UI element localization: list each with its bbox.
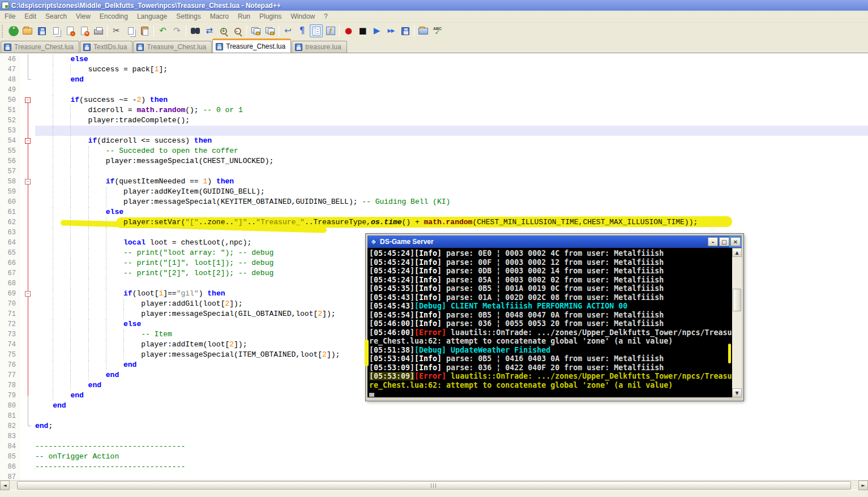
console-maximize-button[interactable]: □ — [719, 237, 729, 246]
code-line-55[interactable]: 55-- Succeded to open the coffer — [0, 146, 868, 156]
save-button[interactable] — [35, 24, 48, 37]
function-completion-button[interactable]: ƒ — [324, 24, 337, 37]
code-line-86[interactable]: 86---------------------------------- — [0, 462, 868, 472]
tab-label: TextIDs.lua — [93, 43, 127, 51]
menu-search[interactable]: Search — [41, 11, 71, 22]
menu-plugins[interactable]: Plugins — [255, 11, 286, 22]
menu-encoding[interactable]: Encoding — [95, 11, 132, 22]
code-line-51[interactable]: 51diceroll = math.random(); -- 0 or 1 — [0, 105, 868, 115]
menu-file[interactable]: File — [0, 11, 20, 22]
code-text: -- Succeded to open the coffer — [35, 146, 868, 156]
toolbar-grip[interactable] — [2, 25, 4, 37]
sync-scroll-horizontal-icon — [264, 25, 276, 37]
tab-1-treasure-chest-lua[interactable]: Treasure_Chest.lua — [1, 41, 79, 53]
fold-collapse-icon[interactable]: - — [25, 179, 31, 185]
playback-macro-button[interactable]: ▶ — [370, 24, 383, 37]
code-line-49[interactable]: 49 — [0, 85, 868, 95]
new-file-button[interactable]: + — [7, 24, 20, 37]
redo-button[interactable]: ↷ — [170, 24, 183, 37]
close-button[interactable]: - — [63, 24, 76, 37]
console-minimize-button[interactable]: - — [708, 237, 718, 246]
start-recording-macro-icon: ● — [343, 25, 354, 37]
console-output: [05:45:24][Info] parse: 0E0 ¦ 0003 0002 … — [367, 248, 732, 397]
horizontal-scrollbar[interactable]: ◄ ► — [0, 480, 868, 490]
replace-button[interactable]: ⇄ — [203, 24, 216, 37]
code-line-53[interactable]: 53 — [0, 126, 868, 136]
menu-view[interactable]: View — [71, 11, 95, 22]
copy-button[interactable] — [124, 24, 137, 37]
undo-button[interactable]: ↶ — [156, 24, 169, 37]
tab-4-treasure-chest-lua[interactable]: Treasure_Chest.lua — [212, 38, 291, 53]
code-line-58[interactable]: 58-if(questItemNeeded == 1) then — [0, 177, 868, 187]
spell-check-button[interactable]: ABC✓ — [431, 24, 444, 37]
code-line-62[interactable]: 62player:setVar("["..zone.."]".."Treasur… — [0, 217, 868, 228]
zoom-out-button[interactable]: - — [231, 24, 244, 37]
code-line-85[interactable]: 85-- onTrigger Action — [0, 452, 868, 462]
console-scroll-thumb[interactable] — [733, 289, 741, 311]
code-line-46[interactable]: 46else — [0, 54, 868, 65]
code-line-83[interactable]: 83 — [0, 431, 868, 442]
code-line-82[interactable]: 82end; — [0, 421, 868, 431]
code-line-87[interactable]: 87 — [0, 472, 868, 480]
code-line-52[interactable]: 52player:tradeComplete(); — [0, 115, 868, 126]
tab-2-textids-lua[interactable]: TextIDs.lua — [80, 41, 132, 53]
start-recording-macro-button[interactable]: ● — [342, 24, 355, 37]
doc-switcher-button[interactable] — [417, 24, 430, 37]
sync-scroll-vertical-button[interactable] — [249, 24, 262, 37]
code-line-59[interactable]: 59player:addKeyItem(GUIDING_BELL); — [0, 187, 868, 197]
find-button[interactable] — [189, 24, 202, 37]
show-all-characters-button[interactable]: ¶ — [296, 24, 309, 37]
save-macro-button[interactable] — [399, 24, 412, 37]
console-close-button[interactable]: ✕ — [730, 237, 741, 246]
console-scroll-up-button[interactable]: ▲ — [732, 248, 742, 257]
cut-button[interactable]: ✂ — [110, 24, 123, 37]
code-line-60[interactable]: 60player:messageSpecial(KEYITEM_OBTAINED… — [0, 197, 868, 207]
menu-window[interactable]: Window — [286, 11, 319, 22]
console-title-bar[interactable]: DS-Game Server -□✕ — [367, 235, 742, 248]
code-line-61[interactable]: 61else — [0, 207, 868, 217]
code-line-48[interactable]: 48end — [0, 75, 868, 85]
console-app-icon — [370, 238, 377, 246]
code-line-81[interactable]: 81 — [0, 411, 868, 421]
word-wrap-button[interactable]: ↩ — [281, 24, 294, 37]
toolbar-separator — [279, 25, 279, 37]
close-all-button[interactable]: = — [78, 24, 91, 37]
code-line-50[interactable]: 50-if(success ~= -2) then — [0, 95, 868, 105]
tab-file-icon — [295, 44, 302, 51]
close-all-icon: = — [79, 25, 90, 37]
save-all-button[interactable] — [49, 24, 62, 37]
code-line-56[interactable]: 56player:messageSpecial(CHEST_UNLOCKED); — [0, 156, 868, 166]
scroll-right-button[interactable]: ► — [858, 481, 868, 490]
print-button[interactable] — [92, 24, 105, 37]
console-window[interactable]: DS-Game Server -□✕ [05:45:24][Info] pars… — [366, 234, 743, 401]
fold-collapse-icon[interactable]: - — [25, 138, 31, 144]
code-line-54[interactable]: 54-if(diceroll <= success) then — [0, 136, 868, 146]
menu-macro[interactable]: Macro — [206, 11, 233, 22]
fold-collapse-icon[interactable]: - — [25, 291, 31, 297]
code-line-84[interactable]: 84---------------------------------- — [0, 442, 868, 452]
menu-edit[interactable]: Edit — [20, 11, 41, 22]
code-line-57[interactable]: 57 — [0, 166, 868, 177]
indent-guide-button[interactable] — [310, 24, 323, 37]
stop-recording-macro-button[interactable]: ■ — [356, 24, 369, 37]
paste-button[interactable] — [138, 24, 151, 37]
menu-settings[interactable]: Settings — [172, 11, 205, 22]
scroll-left-button[interactable]: ◄ — [0, 481, 10, 490]
sync-scroll-horizontal-button[interactable] — [263, 24, 276, 37]
console-vertical-scrollbar[interactable]: ▲ ▼ — [732, 248, 742, 397]
zoom-in-button[interactable]: + — [217, 24, 230, 37]
spell-check-icon: ABC✓ — [433, 27, 442, 36]
code-line-47[interactable]: 47success = pack[1]; — [0, 65, 868, 75]
menu-language[interactable]: Language — [132, 11, 172, 22]
run-macro-multiple-times-button[interactable]: ▶▶ — [384, 24, 397, 37]
horizontal-scroll-thumb[interactable] — [17, 481, 851, 490]
tab-5-treasure-lua[interactable]: treasure.lua — [292, 41, 347, 53]
tab-3-treasure-chest-lua[interactable]: Treasure_Chest.lua — [133, 41, 212, 53]
open-file-button[interactable] — [21, 24, 34, 37]
code-line-80[interactable]: 80end — [0, 401, 868, 411]
menu-[interactable]: ? — [319, 11, 332, 22]
menu-run[interactable]: Run — [233, 11, 255, 22]
console-scroll-down-button[interactable]: ▼ — [732, 388, 742, 397]
fold-collapse-icon[interactable]: - — [25, 97, 31, 103]
title-bar[interactable]: C:\dsp\scripts\zones\Middle_Delkfutts_To… — [0, 0, 868, 11]
